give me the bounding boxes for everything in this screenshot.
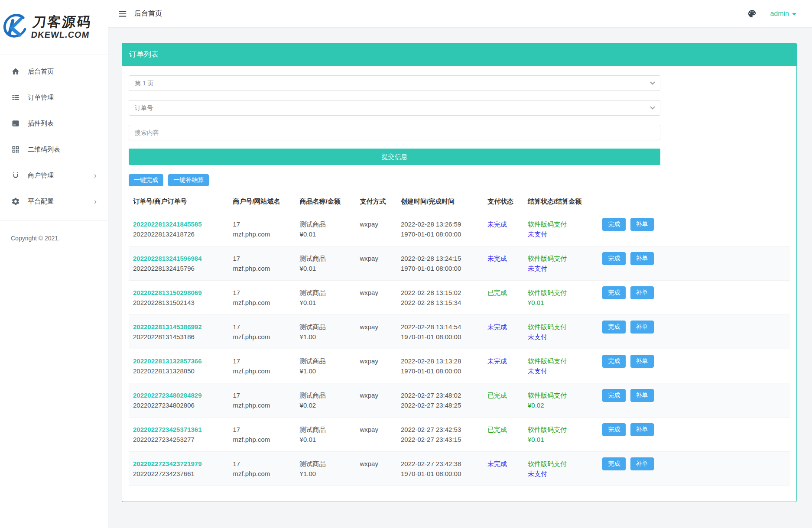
created-time: 2022-02-28 13:26:59 [401, 219, 479, 229]
complete-button[interactable]: 完成 [602, 218, 626, 231]
order-number-link[interactable]: 2022022723423721979 [133, 459, 202, 469]
table-row: 2022022723423721979 20220227234237661 17… [129, 452, 790, 486]
sidebar-item-label: 平台配置 [28, 198, 54, 206]
product-amount: ¥1.00 [300, 366, 351, 376]
plugin-icon [11, 119, 20, 128]
merchant-id: 17 [233, 288, 291, 298]
product-name: 测试商品 [300, 219, 351, 229]
product-amount: ¥0.01 [300, 263, 351, 273]
resend-button[interactable]: 补单 [630, 218, 654, 231]
order-number-link[interactable]: 2022022723425371361 [133, 424, 202, 434]
brand-title: 刀客源码 [32, 15, 92, 29]
copyright-text: Copyright © 2021. [0, 235, 108, 242]
complete-button[interactable]: 完成 [602, 355, 626, 368]
table-row: 2022022813145386992 20220228131453186 17… [129, 315, 790, 349]
product-name: 测试商品 [300, 322, 351, 332]
sidebar-item-gear[interactable]: 平台配置 › [0, 188, 108, 214]
complete-button[interactable]: 完成 [602, 252, 626, 265]
completed-time: 1970-01-01 08:00:00 [401, 469, 479, 479]
product-amount: ¥0.01 [300, 298, 351, 308]
resend-button[interactable]: 补单 [630, 286, 654, 299]
complete-button[interactable]: 完成 [602, 321, 626, 334]
topbar: 后台首页 admin [108, 0, 812, 28]
site-domain: mzf.php.com [233, 469, 291, 479]
resend-button[interactable]: 补单 [630, 252, 654, 265]
hamburger-icon[interactable] [118, 9, 127, 19]
app-root: 刀客源码 DKEWL.COM 后台首页 › 订单管理 › 插件列表 › 二维码列… [0, 0, 812, 528]
brand-k-icon [3, 13, 31, 42]
sidebar-item-order-list[interactable]: 订单管理 › [0, 84, 108, 110]
sidebar-item-home[interactable]: 后台首页 › [0, 58, 108, 84]
search-input[interactable] [129, 125, 660, 140]
order-number-link[interactable]: 2022022813150298069 [133, 288, 202, 298]
table-row: 2022022723480284829 20220227234802806 17… [129, 383, 790, 418]
settle-value: ¥0.02 [528, 400, 594, 410]
pay-status: 未完成 [487, 219, 519, 229]
submit-button[interactable]: 提交信息 [129, 149, 660, 165]
pay-type: wxpay [360, 424, 392, 434]
complete-button[interactable]: 完成 [602, 423, 626, 436]
product-name: 测试商品 [300, 356, 351, 366]
complete-button[interactable]: 完成 [602, 286, 626, 299]
pay-type: wxpay [360, 322, 392, 332]
palette-icon[interactable] [747, 9, 757, 19]
site-domain: mzf.php.com [233, 332, 291, 342]
product-name: 测试商品 [300, 459, 351, 469]
col-times: 创建时间/完成时间 [396, 191, 483, 212]
sidebar: 刀客源码 DKEWL.COM 后台首页 › 订单管理 › 插件列表 › 二维码列… [0, 0, 108, 528]
order-number-link[interactable]: 2022022723480284829 [133, 390, 202, 400]
chevron-right-icon: › [94, 172, 97, 179]
sidebar-item-merchant[interactable]: 商户管理 › [0, 162, 108, 188]
order-number-link[interactable]: 2022022813241596984 [133, 253, 202, 263]
bulk-resettle-button[interactable]: 一键补结算 [168, 174, 209, 186]
complete-button[interactable]: 完成 [602, 457, 626, 470]
table-row: 2022022813241596984 20220228132415796 17… [129, 246, 790, 281]
settle-value: 未支付 [528, 263, 594, 273]
page-select[interactable]: 第 1 页 [129, 75, 660, 91]
table-row: 2022022723425371361 20220227234253277 17… [129, 418, 790, 452]
created-time: 2022-02-27 23:48:02 [401, 390, 479, 400]
order-number-link[interactable]: 2022022813132857366 [133, 356, 202, 366]
main-content: 订单列表 第 1 页 订单号 [108, 28, 812, 528]
content-column: 后台首页 admin 订单列表 第 1 页 [108, 0, 812, 528]
bulk-complete-button[interactable]: 一键完成 [129, 174, 163, 186]
brand-text: 刀客源码 DKEWL.COM [30, 15, 92, 40]
resend-button[interactable]: 补单 [630, 423, 654, 436]
col-actions [598, 191, 790, 212]
completed-time: 1970-01-01 08:00:00 [401, 332, 479, 342]
product-amount: ¥0.01 [300, 434, 351, 444]
merchant-id: 17 [233, 253, 291, 263]
created-time: 2022-02-28 13:15:02 [401, 288, 479, 298]
merchant-order-number: 20220228132418726 [133, 229, 224, 239]
resend-button[interactable]: 补单 [630, 457, 654, 470]
resend-button[interactable]: 补单 [630, 355, 654, 368]
completed-time: 2022-02-27 23:43:15 [401, 434, 479, 444]
merchant-id: 17 [233, 390, 291, 400]
pay-status: 未完成 [487, 459, 519, 469]
search-field-select[interactable]: 订单号 [129, 100, 660, 116]
merchant-id: 17 [233, 356, 291, 366]
pay-status: 未完成 [487, 322, 519, 332]
col-settle: 结算状态/结算金额 [523, 191, 598, 212]
created-time: 2022-02-27 23:42:38 [401, 459, 479, 469]
merchant-order-number: 20220228131502143 [133, 298, 224, 308]
complete-button[interactable]: 完成 [602, 389, 626, 402]
merchant-order-number: 20220228131328850 [133, 366, 224, 376]
settle-value: 未支付 [528, 229, 594, 239]
resend-button[interactable]: 补单 [630, 321, 654, 334]
resend-button[interactable]: 补单 [630, 389, 654, 402]
site-domain: mzf.php.com [233, 366, 291, 376]
product-name: 测试商品 [300, 390, 351, 400]
user-menu[interactable]: admin [770, 10, 796, 18]
order-number-link[interactable]: 2022022813145386992 [133, 322, 202, 332]
merchant-order-number: 20220227234253277 [133, 434, 224, 444]
site-domain: mzf.php.com [233, 298, 291, 308]
sidebar-item-qrcode[interactable]: 二维码列表 › [0, 136, 108, 162]
pay-status: 已完成 [487, 424, 519, 434]
sidebar-item-plugin[interactable]: 插件列表 › [0, 110, 108, 136]
order-number-link[interactable]: 2022022813241845585 [133, 219, 202, 229]
table-row: 2022022813241845585 20220228132418726 17… [129, 212, 790, 246]
pay-status: 已完成 [487, 390, 519, 400]
order-list-panel: 订单列表 第 1 页 订单号 [122, 43, 797, 502]
pay-type: wxpay [360, 390, 392, 400]
